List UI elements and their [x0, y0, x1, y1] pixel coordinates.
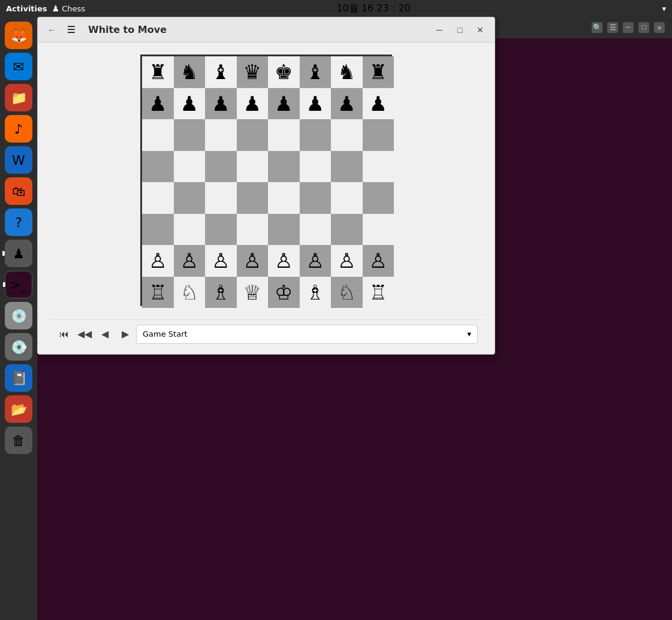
chess-cell-0-5[interactable]: ♝	[300, 56, 332, 88]
sidebar-icon-firefox[interactable]: 🦊	[5, 22, 32, 49]
chess-cell-7-6[interactable]: ♘	[331, 277, 363, 309]
sidebar-icon-appstore[interactable]: 🛍	[5, 177, 32, 205]
chess-nav-dropdown-label: Game Start	[143, 329, 188, 338]
chess-cell-2-4[interactable]	[268, 119, 300, 151]
chess-cell-0-0[interactable]: ♜	[142, 56, 174, 88]
chess-cell-3-1[interactable]	[174, 151, 206, 183]
chess-cell-5-4[interactable]	[268, 214, 300, 246]
sidebar-icon-optical[interactable]: 💿	[5, 302, 32, 329]
chess-cell-6-3[interactable]: ♙	[237, 245, 269, 277]
chess-cell-6-5[interactable]: ♙	[300, 245, 332, 277]
terminal-search-btn[interactable]: 🔍	[592, 22, 602, 33]
chess-cell-5-6[interactable]	[331, 214, 363, 246]
chess-cell-4-2[interactable]	[205, 182, 237, 214]
chess-cell-4-6[interactable]	[331, 182, 363, 214]
chess-cell-0-1[interactable]: ♞	[174, 56, 206, 88]
chess-cell-5-7[interactable]	[363, 214, 394, 246]
chess-back-button[interactable]: ←	[44, 22, 59, 38]
chess-cell-2-6[interactable]	[331, 119, 363, 151]
chess-cell-5-1[interactable]	[174, 214, 206, 246]
chess-cell-7-0[interactable]: ♖	[142, 277, 174, 309]
chess-cell-3-3[interactable]	[237, 151, 269, 183]
terminal-menu-btn[interactable]: ☰	[607, 22, 618, 33]
terminal-minimize-btn[interactable]: ─	[623, 22, 634, 33]
chess-cell-3-4[interactable]	[268, 151, 300, 183]
chess-cell-0-4[interactable]: ♚	[268, 56, 300, 88]
chess-cell-3-7[interactable]	[363, 151, 394, 183]
sidebar-icon-files[interactable]: 📁	[5, 84, 32, 111]
chess-cell-2-7[interactable]	[363, 119, 394, 151]
sidebar-icon-trash[interactable]: 🗑	[5, 427, 32, 454]
chess-cell-1-4[interactable]: ♟	[268, 88, 300, 120]
chess-cell-7-3[interactable]: ♕	[237, 277, 269, 309]
sidebar-icon-optical2[interactable]: 💽	[5, 333, 32, 361]
chess-cell-6-6[interactable]: ♙	[331, 245, 363, 277]
sidebar-icon-chess-side[interactable]: ♟	[5, 240, 32, 267]
chess-cell-2-2[interactable]	[205, 119, 237, 151]
chess-cell-1-2[interactable]: ♟	[205, 88, 237, 120]
chess-menu-button[interactable]: ☰	[63, 22, 80, 38]
chess-cell-6-0[interactable]: ♙	[142, 245, 174, 277]
chess-cell-4-0[interactable]	[142, 182, 174, 214]
sidebar-icon-thunderbird[interactable]: ✉	[5, 53, 32, 80]
chess-cell-2-0[interactable]	[142, 119, 174, 151]
chess-cell-1-0[interactable]: ♟	[142, 88, 174, 120]
chess-cell-2-3[interactable]	[237, 119, 269, 151]
chess-cell-0-3[interactable]: ♛	[237, 56, 269, 88]
terminal-maximize-btn[interactable]: □	[638, 22, 649, 33]
chess-nav-next[interactable]: ▶	[116, 325, 135, 344]
chess-cell-3-5[interactable]	[300, 151, 332, 183]
chess-nav-dropdown[interactable]: Game Start ▾	[136, 325, 478, 344]
chess-cell-4-5[interactable]	[300, 182, 332, 214]
chess-cell-4-7[interactable]	[363, 182, 394, 214]
chess-cell-5-0[interactable]	[142, 214, 174, 246]
chess-cell-5-3[interactable]	[237, 214, 269, 246]
chess-cell-0-7[interactable]: ♜	[363, 56, 394, 88]
sidebar: 🦊✉📁♪W🛍?♟>_💿💽📓📂🗑	[0, 17, 37, 620]
sidebar-icon-files2[interactable]: 📂	[5, 395, 32, 423]
chess-cell-4-4[interactable]	[268, 182, 300, 214]
chess-cell-6-1[interactable]: ♙	[174, 245, 206, 277]
chess-nav-prev-prev[interactable]: ◀◀	[75, 325, 94, 344]
chess-cell-2-1[interactable]	[174, 119, 206, 151]
chess-cell-4-1[interactable]	[174, 182, 206, 214]
chess-minimize-button[interactable]: ─	[431, 22, 448, 38]
chess-cell-1-6[interactable]: ♟	[331, 88, 363, 120]
chess-cell-1-7[interactable]: ♟	[363, 88, 394, 120]
chess-cell-1-5[interactable]: ♟	[300, 88, 332, 120]
chess-cell-7-2[interactable]: ♗	[205, 277, 237, 309]
topbar-left: Activities ♟ Chess	[6, 4, 85, 13]
chess-cell-7-1[interactable]: ♘	[174, 277, 206, 309]
chess-nav-first[interactable]: ⏮	[55, 325, 74, 344]
chess-cell-0-2[interactable]: ♝	[205, 56, 237, 88]
sidebar-icon-writer[interactable]: W	[5, 146, 32, 174]
sidebar-active-dot	[2, 251, 5, 256]
chess-cell-3-2[interactable]	[205, 151, 237, 183]
chess-cell-7-4[interactable]: ♔	[268, 277, 300, 309]
chess-cell-6-7[interactable]: ♙	[363, 245, 394, 277]
chess-cell-0-6[interactable]: ♞	[331, 56, 363, 88]
chess-cell-5-2[interactable]	[205, 214, 237, 246]
chess-cell-1-3[interactable]: ♟	[237, 88, 269, 120]
sidebar-icon-help[interactable]: ?	[5, 208, 32, 236]
chess-cell-5-5[interactable]	[300, 214, 332, 246]
activities-button[interactable]: Activities	[6, 4, 47, 13]
chess-close-button[interactable]: ✕	[472, 22, 489, 38]
chess-maximize-button[interactable]: □	[451, 22, 468, 38]
chess-cell-1-1[interactable]: ♟	[174, 88, 206, 120]
sidebar-icon-rhythmbox[interactable]: ♪	[5, 115, 32, 143]
terminal-close-btn[interactable]: ✕	[654, 22, 665, 33]
chess-cell-6-2[interactable]: ♙	[205, 245, 237, 277]
chess-cell-7-7[interactable]: ♖	[363, 277, 394, 309]
chess-cell-2-5[interactable]	[300, 119, 332, 151]
chess-cell-6-4[interactable]: ♙	[268, 245, 300, 277]
chess-body: ♜♞♝♛♚♝♞♜♟♟♟♟♟♟♟♟♙♙♙♙♙♙♙♙♖♘♗♕♔♗♘♖ ⏮ ◀◀ ◀ …	[38, 43, 495, 354]
sidebar-icon-notebook[interactable]: 📓	[5, 364, 32, 392]
sidebar-icon-terminal[interactable]: >_	[5, 271, 32, 298]
chess-cell-7-5[interactable]: ♗	[300, 277, 332, 309]
chess-cell-3-6[interactable]	[331, 151, 363, 183]
chess-nav-prev[interactable]: ◀	[95, 325, 114, 344]
chess-cell-3-0[interactable]	[142, 151, 174, 183]
chess-cell-4-3[interactable]	[237, 182, 269, 214]
chess-window: ← ☰ White to Move ─ □ ✕ ♜♞♝♛♚♝♞♜♟♟♟♟♟♟♟♟…	[37, 17, 495, 355]
